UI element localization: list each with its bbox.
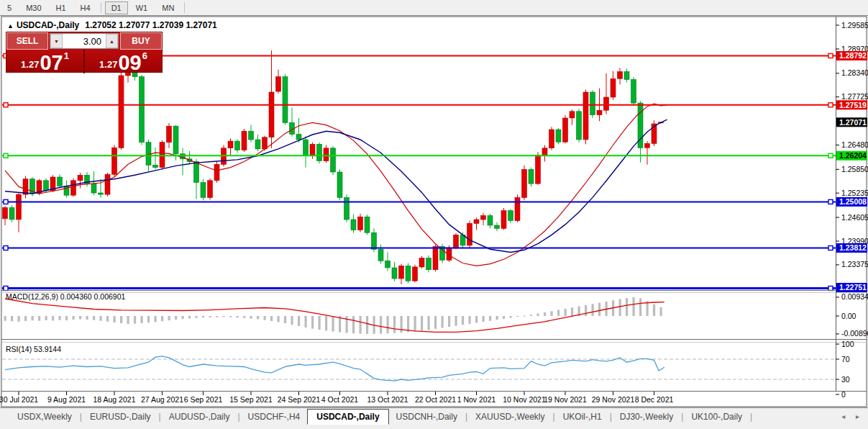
macd-bar xyxy=(59,316,61,320)
macd-bar xyxy=(421,316,423,330)
tab-eurusd-daily[interactable]: EURUSD-,Daily xyxy=(83,410,158,424)
tab-usdcad-daily[interactable]: USDCAD-,Daily xyxy=(307,409,388,425)
sell-price[interactable]: 1.27 07 1 xyxy=(6,50,85,73)
volume-input[interactable] xyxy=(63,34,106,48)
tab-separator: | xyxy=(237,412,239,422)
macd-bar xyxy=(633,297,635,316)
price-tick-label: 1.28340 xyxy=(841,68,868,77)
timeframe-button-w1[interactable]: W1 xyxy=(129,1,155,14)
timeframe-button-h4[interactable]: H4 xyxy=(74,1,97,14)
tab-usdcnh-daily[interactable]: USDCNH-,Daily xyxy=(389,410,465,424)
macd-axis-label: -0.008902 xyxy=(841,329,868,338)
tab-separator: | xyxy=(681,412,683,422)
line-price-tag[interactable]: 1.28792 xyxy=(836,51,867,60)
tab-audusd-daily[interactable]: AUDUSD-,Daily xyxy=(162,410,237,424)
macd-bar xyxy=(524,316,526,317)
macd-bar xyxy=(360,316,362,334)
macd-bar xyxy=(428,316,430,330)
line-price-tag[interactable]: 1.27519 xyxy=(836,100,867,109)
macd-bar xyxy=(168,316,170,320)
macd-bar xyxy=(147,316,150,322)
macd-bar xyxy=(182,316,184,319)
price-tick-label: 1.27725 xyxy=(841,92,868,101)
date-tick-label: 1 Nov 2021 xyxy=(457,395,496,404)
sell-price-sup: 1 xyxy=(64,50,69,61)
tab-uk100-daily[interactable]: UK100-,Daily xyxy=(684,410,749,424)
rsi-axis-label: 0 xyxy=(841,390,846,399)
tab-usdx-weekly[interactable]: USDX,Weekly xyxy=(10,410,79,424)
macd-bar xyxy=(264,316,266,320)
line-handle xyxy=(4,103,8,107)
svg-text:1.27071: 1.27071 xyxy=(839,118,867,127)
tab-ukoil-h1[interactable]: UKOil-,H1 xyxy=(556,410,609,424)
chart-ohlc-values: 1.27052 1.27077 1.27039 1.27071 xyxy=(85,20,217,30)
macd-bar xyxy=(127,316,129,324)
line-price-tag[interactable]: 1.22751 xyxy=(836,283,867,292)
date-tick-label: 13 Oct 2021 xyxy=(367,395,408,404)
timeframe-button-5[interactable]: 5 xyxy=(1,1,18,14)
timeframe-button-h1[interactable]: H1 xyxy=(50,1,73,14)
macd-bar xyxy=(32,316,34,320)
chart-header: ▲USDCAD-,Daily1.27052 1.27077 1.27039 1.… xyxy=(7,20,217,30)
line-handle xyxy=(4,199,8,204)
tab-xauusd-weekly[interactable]: XAUUSD-,Weekly xyxy=(468,410,552,424)
macd-bar xyxy=(598,303,600,316)
collapse-icon[interactable]: ▲ xyxy=(7,22,14,30)
macd-bar xyxy=(114,316,116,322)
macd-bar xyxy=(414,316,416,332)
price-tick-label: 1.23375 xyxy=(841,260,868,268)
macd-bar xyxy=(175,316,177,320)
macd-bar xyxy=(489,316,491,321)
macd-bar xyxy=(626,298,628,316)
date-tick-label: 8 Dec 2021 xyxy=(635,395,674,404)
macd-axis-label: 0.00 xyxy=(841,312,856,320)
tab-dj30-weekly[interactable]: DJ30-,Weekly xyxy=(613,410,680,424)
line-price-tag[interactable]: 1.23812 xyxy=(836,243,867,253)
tab-separator: | xyxy=(465,412,467,422)
line-handle xyxy=(4,153,8,158)
svg-text:1.25008: 1.25008 xyxy=(839,197,867,206)
svg-text:1.22751: 1.22751 xyxy=(839,283,867,292)
macd-bar xyxy=(407,316,409,332)
date-tick-label: 6 Sep 2021 xyxy=(184,395,223,404)
volume-increase-icon[interactable]: ▲ xyxy=(106,34,118,48)
line-price-tag[interactable]: 1.25008 xyxy=(836,197,867,207)
macd-bar xyxy=(503,316,505,319)
macd-bar xyxy=(243,316,245,318)
macd-bar xyxy=(79,316,81,320)
tab-separator: | xyxy=(750,412,752,422)
macd-bar xyxy=(73,316,75,320)
sell-button[interactable]: SELL xyxy=(6,32,48,50)
buy-button[interactable]: BUY xyxy=(120,32,162,50)
date-tick-label: 22 Oct 2021 xyxy=(415,395,456,404)
macd-bar xyxy=(209,316,211,317)
timeframe-button-m30[interactable]: M30 xyxy=(19,1,47,14)
rsi-axis-label: 70 xyxy=(841,355,850,363)
macd-bar xyxy=(565,309,567,316)
macd-bar xyxy=(516,316,518,317)
macd-bar xyxy=(551,311,553,316)
tab-usdchf-h4[interactable]: USDCHF-,H4 xyxy=(241,410,308,424)
macd-bar xyxy=(469,316,471,324)
price-tick-label: 1.26480 xyxy=(841,140,868,149)
volume-decrease-icon[interactable]: ▼ xyxy=(50,34,63,48)
date-tick-label: 10 Nov 2021 xyxy=(503,395,546,404)
date-tick-label: 18 Aug 2021 xyxy=(93,395,136,404)
line-handle xyxy=(4,246,8,250)
tab-scroll-arrows[interactable]: ◂ ▸ xyxy=(841,412,864,420)
macd-bar xyxy=(380,316,382,334)
macd-bar xyxy=(332,316,334,332)
macd-bar xyxy=(639,298,641,316)
line-price-tag[interactable]: 1.26204 xyxy=(836,151,867,161)
macd-bar xyxy=(619,299,621,317)
macd-bar xyxy=(86,316,88,320)
macd-bar xyxy=(448,316,450,327)
toolbar-separator xyxy=(101,2,101,13)
timeframe-button-d1[interactable]: D1 xyxy=(105,1,128,14)
buy-price[interactable]: 1.27 09 6 xyxy=(85,50,162,73)
price-tick-label: 1.24605 xyxy=(841,213,868,222)
toolbar-separator xyxy=(184,2,185,13)
macd-bar xyxy=(65,316,68,320)
macd-bar xyxy=(483,316,485,322)
timeframe-button-mn[interactable]: MN xyxy=(155,1,181,14)
